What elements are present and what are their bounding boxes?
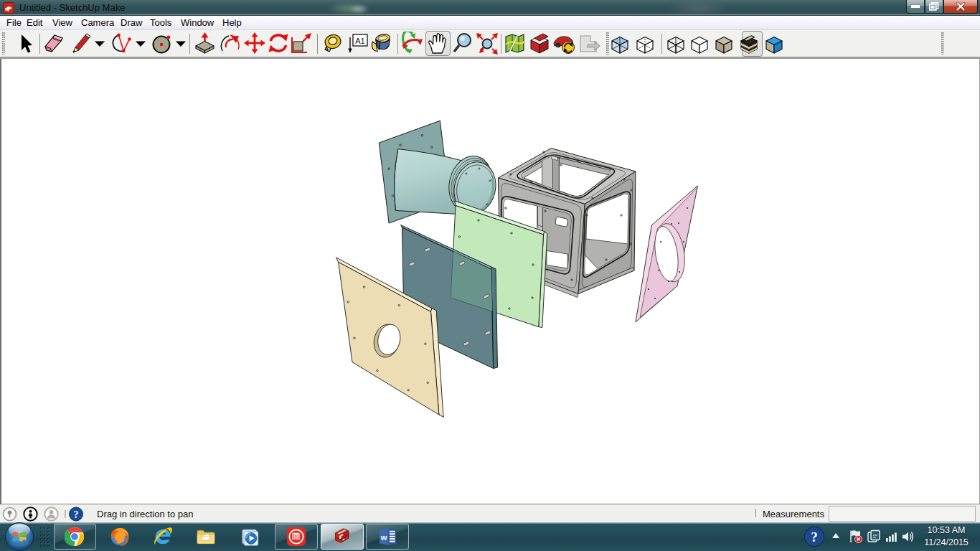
svg-text:?: ? xyxy=(811,529,818,545)
svg-text:?: ? xyxy=(74,509,79,520)
svg-text:w: w xyxy=(380,533,387,542)
svg-text:A1: A1 xyxy=(355,37,364,45)
